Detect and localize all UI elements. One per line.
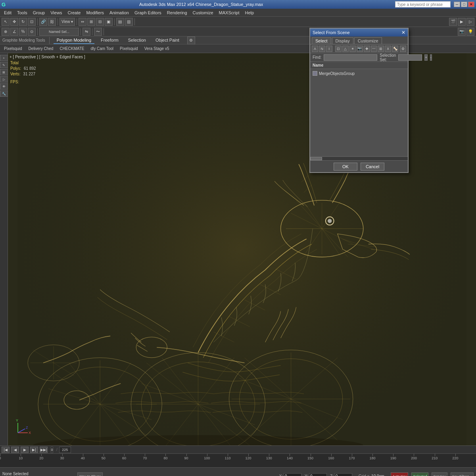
- timeline-play[interactable]: ▶: [21, 447, 29, 453]
- tb2-mirror2[interactable]: ⇋: [83, 28, 90, 36]
- tb-layer[interactable]: ▤: [116, 18, 124, 26]
- tb-render-active[interactable]: ▷: [466, 18, 474, 26]
- timeline-next-frame[interactable]: ▶|: [30, 447, 38, 453]
- graphite-tab-freeform[interactable]: Freeform: [98, 37, 122, 44]
- menu-tools[interactable]: Tools: [15, 10, 30, 16]
- set-key-button[interactable]: Set Key: [432, 472, 447, 476]
- menu-modifiers[interactable]: Modifiers: [84, 10, 106, 16]
- graphite-tab-selection[interactable]: Selection: [125, 37, 149, 44]
- h-scrollbar-thumb[interactable]: [310, 157, 322, 160]
- tb2-curve[interactable]: 〜: [94, 28, 102, 36]
- tb2-percent[interactable]: %: [19, 28, 27, 36]
- plugin-checkmate[interactable]: CHECKMATE: [57, 46, 86, 52]
- dialog-tb-spacewarps[interactable]: 〰: [371, 46, 377, 52]
- x-value[interactable]: 0: [284, 473, 301, 476]
- tb2-camera[interactable]: 📷: [458, 28, 466, 36]
- menu-animation[interactable]: Animation: [107, 10, 131, 16]
- tb-rotate[interactable]: ↻: [19, 18, 27, 26]
- physics-btn[interactable]: Max to Physx: [77, 472, 103, 476]
- graphite-tab-object-paint[interactable]: Object Paint: [152, 37, 182, 44]
- dialog-tab-customize[interactable]: Customize: [354, 37, 382, 44]
- tb-unlink[interactable]: ⛓: [48, 18, 56, 26]
- graphite-settings[interactable]: ⚙: [187, 36, 195, 44]
- sidebar-modify[interactable]: ✎: [0, 62, 8, 68]
- timeline-frame-start[interactable]: |◀: [2, 447, 10, 453]
- graphite-tab-polygon[interactable]: Polygon Modeling: [54, 37, 94, 44]
- key-filters-button[interactable]: Key Filters...: [451, 472, 474, 476]
- dialog-tb-groups[interactable]: ⊞: [378, 46, 384, 52]
- dialog-cancel-button[interactable]: Cancel: [361, 163, 384, 171]
- dialog-tb-bones[interactable]: 🦴: [392, 46, 398, 52]
- tb-select[interactable]: ↖: [2, 18, 10, 26]
- plugin-pixelsquid1[interactable]: Pixelsquid: [2, 46, 25, 52]
- plugin-delivery[interactable]: Delivery Ched: [26, 46, 56, 52]
- menu-customize[interactable]: Customize: [190, 10, 216, 16]
- tb2-snap[interactable]: ⊕: [2, 28, 10, 36]
- search-input[interactable]: [395, 1, 451, 8]
- z-value[interactable]: 0: [334, 473, 352, 476]
- list-item[interactable]: MergeObjectsGroup: [310, 70, 408, 77]
- tb2-angle[interactable]: ∠: [10, 28, 18, 36]
- minimize-button[interactable]: ─: [454, 2, 460, 7]
- dialog-tb-invert[interactable]: I: [326, 46, 332, 52]
- y-value[interactable]: 0: [309, 473, 327, 476]
- dialog-tb-shapes[interactable]: △: [342, 46, 349, 52]
- tb-render-setup[interactable]: 🎬: [449, 18, 457, 26]
- h-scrollbar-track[interactable]: [310, 157, 408, 160]
- tb-align[interactable]: ⊞: [87, 18, 95, 26]
- dialog-list[interactable]: MergeObjectsGroup: [310, 69, 408, 156]
- tb-mirror[interactable]: ⇔: [79, 18, 86, 26]
- sidebar-create[interactable]: +: [0, 55, 8, 61]
- dialog-tab-display[interactable]: Display: [332, 37, 353, 44]
- dialog-ok-button[interactable]: OK: [334, 163, 357, 171]
- plugin-pixelsquid2[interactable]: Pixelsquid: [117, 46, 140, 52]
- dialog-tb-helpers[interactable]: ✚: [364, 46, 370, 52]
- tb2-named-sel[interactable]: Named Sel...: [39, 28, 79, 36]
- tb2-light[interactable]: 💡: [466, 28, 474, 36]
- dialog-tb-xrefs[interactable]: X: [385, 46, 391, 52]
- sel-set-input[interactable]: [398, 54, 422, 61]
- tb-view-dropdown[interactable]: View▾: [60, 18, 75, 26]
- physics-button[interactable]: Max to Physx: [77, 472, 103, 476]
- find-input[interactable]: [324, 54, 377, 61]
- dialog-tb-none[interactable]: N: [319, 46, 325, 52]
- dialog-tb-all[interactable]: A: [312, 46, 318, 52]
- menu-create[interactable]: Create: [65, 10, 83, 16]
- sel-set-add[interactable]: +: [424, 54, 427, 61]
- close-button[interactable]: ✕: [468, 2, 474, 7]
- tb-move[interactable]: ✥: [10, 18, 18, 26]
- sidebar-motion[interactable]: ▷: [0, 76, 8, 83]
- sidebar-hierarchy[interactable]: ⊞: [0, 69, 8, 75]
- dialog-tb-lights[interactable]: ☀: [349, 46, 356, 52]
- maximize-button[interactable]: □: [461, 2, 467, 7]
- timeline-frame-end[interactable]: ▶▶|: [40, 447, 48, 453]
- sidebar-display[interactable]: 👁: [0, 83, 8, 90]
- sel-set-del[interactable]: -: [430, 54, 432, 61]
- auto-key-button[interactable]: Auto Key: [391, 472, 409, 476]
- dialog-tb-geo[interactable]: ⊡: [335, 46, 342, 52]
- dialog-tb-cameras[interactable]: 📷: [357, 46, 363, 52]
- menu-rendering[interactable]: Rendering: [165, 10, 190, 16]
- timeline-prev-frame[interactable]: ◀: [11, 447, 19, 453]
- dialog-tab-select[interactable]: Select: [312, 37, 331, 44]
- tb-ribbon[interactable]: ▥: [125, 18, 133, 26]
- dialog-scrollbar[interactable]: [310, 156, 408, 160]
- tb-link[interactable]: 🔗: [39, 18, 47, 26]
- plugin-cam-tool[interactable]: dly Cam Tool: [88, 46, 116, 52]
- tb-array[interactable]: ⊟: [96, 18, 104, 26]
- dialog-close-button[interactable]: ✕: [401, 30, 405, 35]
- timeline-track[interactable]: 0102030405060708090100110120130140150160…: [0, 454, 476, 467]
- plugin-vera-stage[interactable]: Vera Stage v5: [142, 46, 172, 52]
- menu-edit[interactable]: Edit: [2, 10, 14, 16]
- tb-scale[interactable]: ⊡: [28, 18, 36, 26]
- menu-views[interactable]: Views: [48, 10, 64, 16]
- tb-quick-align[interactable]: ▣: [105, 18, 113, 26]
- menu-graph-editors[interactable]: Graph Editors: [132, 10, 164, 16]
- menu-maxscript[interactable]: MAXScript: [217, 10, 242, 16]
- menu-group[interactable]: Group: [31, 10, 48, 16]
- dialog-tb-options[interactable]: ⚙: [400, 46, 406, 52]
- tb2-spinner[interactable]: ⊙: [28, 28, 36, 36]
- tb-render[interactable]: ▶: [458, 18, 466, 26]
- menu-help[interactable]: Help: [243, 10, 257, 16]
- sidebar-utilities[interactable]: 🔧: [0, 90, 8, 97]
